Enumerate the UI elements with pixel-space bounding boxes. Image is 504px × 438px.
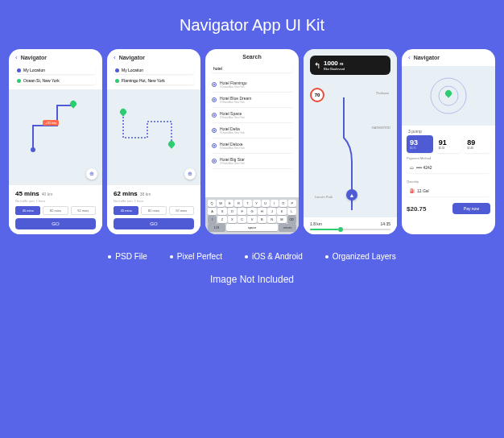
chip-bike[interactable]: 82 mins [141, 206, 166, 215]
header-title: Navigator [414, 55, 440, 60]
key[interactable]: X [228, 216, 237, 223]
grade-num: 93 [410, 138, 430, 147]
key[interactable]: T [243, 200, 251, 207]
card-number: •••• 4242 [416, 165, 432, 170]
key[interactable]: H [258, 208, 266, 215]
eta-dist: 40 km [42, 192, 53, 196]
map-view[interactable]: ↰ 1000 mBlar Boulevard 70 Thaltown GATEW… [304, 49, 397, 234]
return-key[interactable]: return [279, 224, 296, 231]
screen-fuel-payment: ‹ Navigator 3 pump 93$2.75 91$2.59 89$2.… [402, 49, 495, 234]
map-view[interactable]: +20 min ⊕ [9, 89, 102, 184]
key[interactable]: V [247, 216, 256, 223]
key[interactable]: S [217, 208, 226, 215]
key[interactable]: F [238, 208, 246, 215]
bullet-icon [245, 255, 248, 258]
to-input[interactable]: Ocean St, New York [15, 76, 96, 85]
key[interactable]: C [238, 216, 246, 223]
feature-item: Pixel Perfect [170, 252, 222, 261]
quantity-select[interactable]: ⛽12 Gal [407, 185, 490, 196]
header-title: Navigator [21, 55, 47, 60]
shift-key[interactable]: ⇧ [208, 216, 217, 223]
backspace-key[interactable]: ⌫ [287, 216, 296, 223]
back-icon[interactable]: ‹ [408, 54, 411, 61]
pay-button[interactable]: Pay now [452, 203, 490, 214]
search-panel: My Location Ocean St, New York [9, 66, 102, 89]
result-sub: 3 Grand Ave, New York [220, 116, 245, 119]
go-button[interactable]: GO [15, 218, 96, 229]
key[interactable]: G [247, 208, 256, 215]
from-input[interactable]: My Location [114, 66, 194, 74]
payment-section: Payment Method ▭•••• 4242 [407, 156, 490, 173]
payment-method-select[interactable]: ▭•••• 4242 [407, 162, 490, 173]
space-key[interactable]: space [226, 224, 279, 231]
key[interactable]: O [279, 200, 287, 207]
screen-navigation: ↰ 1000 mBlar Boulevard 70 Thaltown GATEW… [304, 49, 397, 234]
back-icon[interactable]: ‹ [15, 54, 18, 61]
list-item[interactable]: Hotel Delta3 Grand Ave, New York [212, 123, 292, 138]
key[interactable]: Z [217, 216, 226, 223]
map-view[interactable] [402, 66, 495, 126]
go-button[interactable]: GO [114, 218, 194, 229]
locate-button[interactable]: ⊕ [184, 168, 196, 180]
payment-label: Payment Method [407, 156, 490, 160]
grade-option[interactable]: 91$2.59 [436, 135, 462, 153]
feature-text: iOS & Android [252, 252, 303, 261]
numeric-key[interactable]: 123 [208, 224, 225, 231]
list-item[interactable]: Hotel Deluxe3 Grand Ave, New York [212, 138, 292, 154]
progress-track[interactable] [310, 229, 390, 230]
eta-time: 62 mins [114, 190, 138, 197]
screen-route-dotted: ‹ Navigator My Location Flamingo Hot, Ne… [107, 49, 200, 234]
bullet-icon [108, 255, 111, 258]
search-input[interactable]: hotel [212, 64, 292, 72]
key[interactable]: M [277, 216, 286, 223]
key[interactable]: I [271, 200, 279, 207]
key[interactable]: E [225, 200, 233, 207]
key[interactable]: P [288, 200, 296, 207]
location-pin-icon [212, 82, 217, 87]
list-item[interactable]: Hotel Flamingo3 Grand Ave, New York [212, 77, 292, 93]
key[interactable]: J [267, 208, 276, 215]
key[interactable]: R [234, 200, 242, 207]
to-input[interactable]: Flamingo Hot, New York [114, 76, 194, 85]
svg-point-0 [31, 147, 35, 152]
key[interactable]: A [208, 208, 217, 215]
chip-bike[interactable]: 82 mins [43, 206, 68, 215]
list-item[interactable]: Hotel Big Star3 Grand Ave, New York [212, 154, 292, 169]
header-title: Navigator [119, 55, 145, 60]
map-view[interactable]: ⊕ [107, 89, 200, 184]
list-item[interactable]: Hotel Blue Dream3 Grand Ave, New York [212, 93, 292, 108]
card-icon: ▭ [410, 165, 414, 170]
key[interactable]: U [262, 200, 270, 207]
fuel-icon: ⛽ [410, 188, 415, 193]
grade-option[interactable]: 93$2.75 [407, 135, 433, 153]
key[interactable]: K [277, 208, 286, 215]
search-bar: hotel [205, 64, 299, 77]
chip-car[interactable]: 45 mins [114, 206, 138, 215]
chip-walk[interactable]: 92 mins [71, 206, 96, 215]
key[interactable]: D [228, 208, 237, 215]
from-input[interactable]: My Location [15, 66, 96, 74]
key[interactable]: B [258, 216, 266, 223]
header-title: Search [242, 54, 261, 60]
result-sub: 3 Grand Ave, New York [220, 131, 245, 134]
eta-time: 45 mins [15, 190, 39, 197]
key[interactable]: W [217, 200, 225, 207]
feature-item: Organized Layers [325, 252, 396, 261]
eta-dist: 38 km [140, 192, 151, 196]
chip-car[interactable]: 45 mins [15, 206, 40, 215]
origin-dot-icon [17, 68, 21, 72]
list-item[interactable]: Hotel Space3 Grand Ave, New York [212, 108, 292, 123]
grade-price: $2.40 [467, 147, 487, 150]
mode-chips: 45 mins 82 mins 92 mins [114, 206, 194, 215]
back-icon[interactable]: ‹ [114, 54, 116, 61]
locate-button[interactable]: ⊕ [86, 168, 97, 180]
key[interactable]: N [267, 216, 276, 223]
key[interactable]: Y [253, 200, 261, 207]
key[interactable]: L [287, 208, 296, 215]
chip-walk[interactable]: 92 mins [169, 206, 194, 215]
location-pin-icon [212, 128, 217, 133]
screen-route-solid: ‹ Navigator My Location Ocean St, New Yo… [9, 49, 102, 234]
grade-option[interactable]: 89$2.40 [464, 135, 490, 153]
quantity-section: Quantity ⛽12 Gal [407, 180, 490, 196]
key[interactable]: Q [208, 200, 216, 207]
